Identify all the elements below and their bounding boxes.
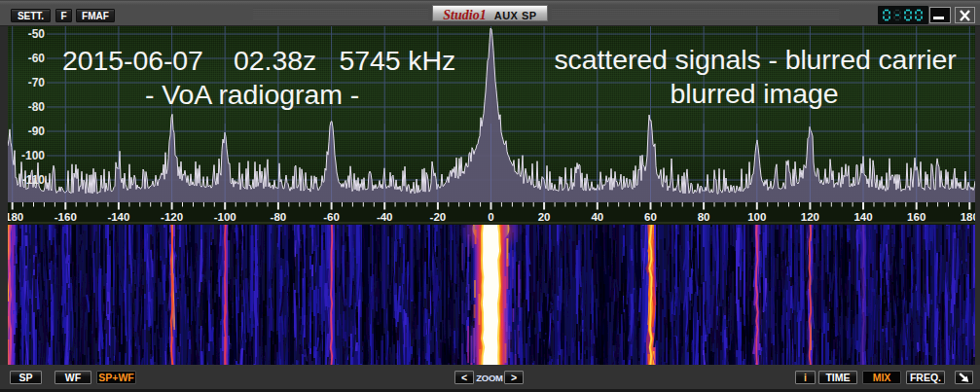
svg-text:-60: -60 — [323, 211, 340, 223]
svg-text:160: 160 — [907, 211, 926, 223]
svg-text:-120: -120 — [161, 211, 183, 223]
svg-text:-100: -100 — [21, 149, 45, 162]
svg-text:20: 20 — [538, 211, 551, 223]
svg-text:-100: -100 — [214, 211, 236, 223]
svg-text:-60: -60 — [28, 52, 46, 65]
svg-text:blurred image: blurred image — [671, 78, 839, 109]
svg-text:2015-06-07 02.38z 5745 kH: 2015-06-07 02.38z 5745 kHz — [62, 45, 455, 76]
svg-text:-90: -90 — [28, 125, 46, 138]
svg-text:-20: -20 — [430, 211, 447, 223]
svg-text:- VoA radiogram -: - VoA radiogram - — [145, 79, 359, 110]
svg-text:-40: -40 — [377, 211, 393, 223]
svg-text:-140: -140 — [107, 211, 129, 223]
svg-text:-110: -110 — [22, 173, 46, 187]
svg-text:scattered signals - blurred ca: scattered signals - blurred carrier — [554, 44, 957, 75]
svg-text:120: 120 — [801, 211, 819, 223]
svg-text:140: 140 — [853, 211, 872, 223]
svg-text:100: 100 — [747, 211, 766, 223]
svg-text:-50: -50 — [28, 27, 46, 41]
svg-text:-70: -70 — [28, 76, 46, 89]
svg-text:60: 60 — [644, 211, 657, 223]
svg-text:80: 80 — [698, 211, 710, 223]
svg-text:-80: -80 — [28, 100, 46, 114]
svg-text:-160: -160 — [54, 211, 77, 223]
svg-text:0: 0 — [488, 211, 493, 223]
svg-text:40: 40 — [591, 211, 603, 223]
svg-text:-80: -80 — [271, 211, 287, 223]
